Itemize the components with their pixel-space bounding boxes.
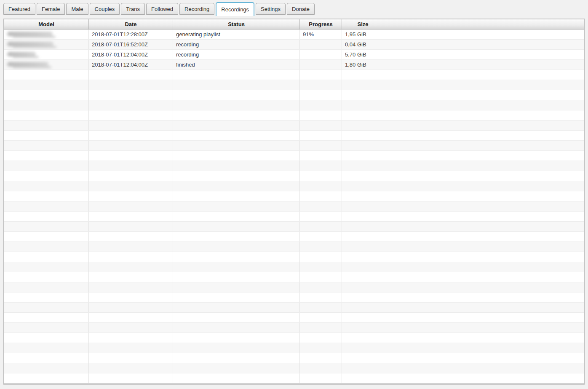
cell-date: 2018-07-01T12:04:00Z bbox=[89, 50, 173, 59]
cell-date bbox=[89, 121, 173, 130]
cell-extra bbox=[384, 212, 584, 221]
cell-status: generating playlist bbox=[173, 30, 300, 39]
cell-date bbox=[89, 191, 173, 201]
cell-status bbox=[173, 151, 300, 161]
tab-trans[interactable]: Trans bbox=[121, 3, 145, 15]
cell-model bbox=[4, 353, 89, 363]
cell-date bbox=[89, 292, 173, 302]
cell-extra bbox=[384, 50, 584, 59]
tab-recordings[interactable]: Recordings bbox=[216, 2, 254, 16]
cell-progress bbox=[300, 121, 342, 130]
cell-status bbox=[173, 171, 300, 181]
cell-status bbox=[173, 100, 300, 110]
cell-model bbox=[4, 303, 89, 312]
cell-extra bbox=[384, 110, 584, 120]
tab-donate[interactable]: Donate bbox=[287, 3, 315, 15]
cell-model bbox=[4, 151, 89, 161]
cell-status bbox=[173, 201, 300, 211]
cell-date bbox=[89, 262, 173, 272]
tab-featured[interactable]: Featured bbox=[3, 3, 35, 15]
cell-progress bbox=[300, 262, 342, 272]
cell-model bbox=[4, 40, 89, 49]
tab-male[interactable]: Male bbox=[66, 3, 88, 15]
cell-progress bbox=[300, 90, 342, 100]
cell-extra bbox=[384, 373, 584, 383]
cell-size bbox=[342, 222, 384, 231]
tab-couples[interactable]: Couples bbox=[90, 3, 120, 15]
cell-extra bbox=[384, 161, 584, 171]
tab-settings[interactable]: Settings bbox=[256, 3, 286, 15]
cell-progress bbox=[300, 323, 342, 333]
empty-row bbox=[4, 161, 584, 171]
cell-model bbox=[4, 60, 89, 70]
empty-row bbox=[4, 212, 584, 222]
tab-recording[interactable]: Recording bbox=[179, 3, 214, 15]
cell-extra bbox=[384, 232, 584, 241]
cell-date bbox=[89, 373, 173, 383]
cell-date bbox=[89, 313, 173, 322]
cell-model bbox=[4, 262, 89, 272]
column-header-empty[interactable] bbox=[384, 19, 584, 29]
cell-date bbox=[89, 242, 173, 252]
cell-progress bbox=[300, 181, 342, 191]
empty-row bbox=[4, 313, 584, 323]
recording-row[interactable]: 2018-07-01T12:04:00Zrecording5,70 GiB bbox=[4, 50, 584, 60]
recording-row[interactable]: 2018-07-01T16:52:00Zrecording0,04 GiB bbox=[4, 40, 584, 50]
cell-status bbox=[173, 121, 300, 130]
cell-date bbox=[89, 90, 173, 100]
cell-status bbox=[173, 282, 300, 292]
column-header-model[interactable]: Model bbox=[4, 19, 89, 29]
cell-model bbox=[4, 292, 89, 302]
cell-extra bbox=[384, 303, 584, 312]
cell-extra bbox=[384, 282, 584, 292]
cell-extra bbox=[384, 40, 584, 49]
cell-date bbox=[89, 161, 173, 171]
tab-followed[interactable]: Followed bbox=[146, 3, 178, 15]
cell-status bbox=[173, 333, 300, 343]
column-header-status[interactable]: Status bbox=[173, 19, 300, 29]
empty-row bbox=[4, 70, 584, 80]
cell-date bbox=[89, 363, 173, 373]
cell-status: recording bbox=[173, 50, 300, 59]
empty-row bbox=[4, 151, 584, 161]
cell-extra bbox=[384, 181, 584, 191]
tab-female[interactable]: Female bbox=[37, 3, 65, 15]
cell-size: 1,80 GiB bbox=[342, 60, 384, 70]
recording-row[interactable]: 2018-07-01T12:04:00Zfinished1,80 GiB bbox=[4, 60, 584, 70]
empty-row bbox=[4, 201, 584, 212]
cell-size bbox=[342, 100, 384, 110]
cell-model bbox=[4, 373, 89, 383]
column-header-progress[interactable]: Progress bbox=[300, 19, 342, 29]
cell-model bbox=[4, 191, 89, 201]
cell-extra bbox=[384, 242, 584, 252]
empty-row bbox=[4, 141, 584, 151]
cell-progress bbox=[300, 110, 342, 120]
cell-status bbox=[173, 222, 300, 231]
cell-status bbox=[173, 70, 300, 80]
cell-model bbox=[4, 232, 89, 241]
cell-date: 2018-07-01T16:52:00Z bbox=[89, 40, 173, 49]
recording-row[interactable]: 2018-07-01T12:28:00Zgenerating playlist9… bbox=[4, 30, 584, 40]
cell-model bbox=[4, 70, 89, 80]
cell-progress bbox=[300, 292, 342, 302]
column-header-date[interactable]: Date bbox=[89, 19, 173, 29]
cell-status bbox=[173, 161, 300, 171]
cell-size bbox=[342, 201, 384, 211]
cell-size bbox=[342, 353, 384, 363]
cell-status bbox=[173, 252, 300, 262]
cell-progress bbox=[300, 171, 342, 181]
cell-date bbox=[89, 171, 173, 181]
cell-extra bbox=[384, 272, 584, 282]
empty-row bbox=[4, 181, 584, 191]
tab-bar: FeaturedFemaleMaleCouplesTransFollowedRe… bbox=[3, 2, 585, 19]
cell-status bbox=[173, 80, 300, 90]
column-header-size[interactable]: Size bbox=[342, 19, 384, 29]
empty-row bbox=[4, 363, 584, 373]
empty-row bbox=[4, 323, 584, 333]
cell-progress: 91% bbox=[300, 30, 342, 39]
empty-row bbox=[4, 252, 584, 262]
cell-extra bbox=[384, 171, 584, 181]
cell-extra bbox=[384, 313, 584, 322]
cell-model bbox=[4, 242, 89, 252]
cell-progress bbox=[300, 252, 342, 262]
